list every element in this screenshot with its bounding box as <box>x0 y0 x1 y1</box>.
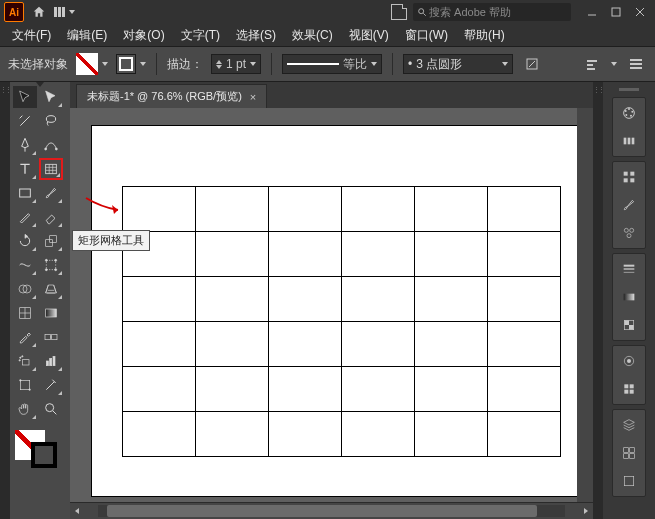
column-graph-tool[interactable] <box>39 350 63 372</box>
opacity-icon[interactable] <box>521 53 543 75</box>
asset-export-panel-icon[interactable] <box>617 442 641 464</box>
brushes-panel-icon[interactable] <box>617 194 641 216</box>
svg-point-38 <box>22 356 23 357</box>
svg-point-74 <box>627 359 631 363</box>
pen-tool[interactable] <box>13 134 37 156</box>
appearance-panel-icon[interactable] <box>617 350 641 372</box>
width-tool[interactable] <box>13 254 37 276</box>
minimize-button[interactable] <box>581 4 603 20</box>
eraser-tool[interactable] <box>39 206 63 228</box>
svg-rect-59 <box>624 172 628 176</box>
align-panel-icon[interactable] <box>581 53 603 75</box>
canvas[interactable] <box>70 108 577 502</box>
fill-swatch[interactable] <box>76 53 98 75</box>
mesh-tool[interactable] <box>13 302 37 324</box>
artboard-tool[interactable] <box>13 374 37 396</box>
artboards-panel-icon[interactable] <box>617 470 641 492</box>
direct-selection-tool[interactable] <box>39 86 63 108</box>
color-panel-icon[interactable] <box>617 102 641 124</box>
paintbrush-tool[interactable] <box>39 182 63 204</box>
eyedropper-tool[interactable] <box>13 326 37 348</box>
tool-tooltip: 矩形网格工具 <box>72 230 150 251</box>
document-icon[interactable] <box>391 4 407 20</box>
perspective-grid-tool[interactable] <box>39 278 63 300</box>
lasso-tool[interactable] <box>39 110 63 132</box>
svg-point-51 <box>628 108 630 110</box>
right-dock-strip[interactable]: ⋮⋮ <box>593 82 603 519</box>
svg-point-65 <box>627 234 631 238</box>
brush-dot: • <box>408 57 412 71</box>
home-icon[interactable] <box>30 3 48 21</box>
transparency-panel-icon[interactable] <box>617 314 641 336</box>
svg-rect-21 <box>50 236 57 243</box>
graphic-styles-panel-icon[interactable] <box>617 378 641 400</box>
svg-rect-58 <box>632 138 635 145</box>
menu-object[interactable]: 对象(O) <box>117 25 170 46</box>
annotation-arrow <box>84 196 124 223</box>
shape-builder-tool[interactable] <box>13 278 37 300</box>
close-button[interactable] <box>629 4 651 20</box>
svg-rect-3 <box>612 8 620 16</box>
stroke-panel-icon[interactable] <box>617 258 641 280</box>
maximize-button[interactable] <box>605 4 627 20</box>
rectangle-tool[interactable] <box>13 182 37 204</box>
menu-help[interactable]: 帮助(H) <box>458 25 511 46</box>
menu-view[interactable]: 视图(V) <box>343 25 395 46</box>
left-dock-strip[interactable]: ⋮⋮ <box>0 82 10 519</box>
svg-rect-20 <box>46 240 53 247</box>
selection-tool[interactable] <box>13 86 37 108</box>
layers-panel-icon[interactable] <box>617 414 641 436</box>
artboard <box>92 126 577 496</box>
menu-type[interactable]: 文字(T) <box>175 25 226 46</box>
svg-line-7 <box>529 61 535 67</box>
document-tab[interactable]: 未标题-1* @ 76.6% (RGB/预览) × <box>76 84 267 108</box>
svg-point-0 <box>419 9 424 14</box>
menu-edit[interactable]: 编辑(E) <box>61 25 113 46</box>
slice-tool[interactable] <box>39 374 63 396</box>
curvature-tool[interactable] <box>39 134 63 156</box>
shaper-tool[interactable] <box>13 206 37 228</box>
blend-tool[interactable] <box>39 326 63 348</box>
swatches-panel-icon[interactable] <box>617 166 641 188</box>
type-tool[interactable] <box>13 158 37 180</box>
svg-rect-40 <box>46 361 48 366</box>
svg-point-26 <box>55 269 57 271</box>
gradient-tool[interactable] <box>39 302 63 324</box>
free-transform-tool[interactable] <box>39 254 63 276</box>
svg-rect-42 <box>53 356 55 365</box>
color-guide-panel-icon[interactable] <box>617 130 641 152</box>
hand-tool[interactable] <box>13 398 37 420</box>
tab-close-icon[interactable]: × <box>250 91 256 103</box>
menu-window[interactable]: 窗口(W) <box>399 25 454 46</box>
menu-file[interactable]: 文件(F) <box>6 25 57 46</box>
panel-menu-icon[interactable] <box>625 53 647 75</box>
vertical-scrollbar[interactable] <box>577 108 593 502</box>
horizontal-scrollbar[interactable] <box>70 502 593 519</box>
brush-definition[interactable]: • 3 点圆形 <box>403 54 513 74</box>
arrange-documents-button[interactable] <box>54 3 75 21</box>
fill-stroke-indicator[interactable] <box>13 428 59 470</box>
stroke-weight-input[interactable]: 1 pt <box>211 54 261 74</box>
symbols-panel-icon[interactable] <box>617 222 641 244</box>
variable-width-profile[interactable]: 等比 <box>282 54 382 74</box>
svg-rect-75 <box>624 384 628 388</box>
menu-effect[interactable]: 效果(C) <box>286 25 339 46</box>
scale-tool[interactable] <box>39 230 63 252</box>
gradient-panel-icon[interactable] <box>617 286 641 308</box>
svg-rect-82 <box>630 454 635 459</box>
search-input[interactable]: 搜索 Adobe 帮助 <box>413 3 571 21</box>
svg-line-49 <box>53 411 56 414</box>
rotate-tool[interactable] <box>13 230 37 252</box>
svg-point-55 <box>625 110 627 112</box>
menu-select[interactable]: 选择(S) <box>230 25 282 46</box>
magic-wand-tool[interactable] <box>13 110 37 132</box>
stroke-swatch[interactable] <box>116 54 136 74</box>
zoom-tool[interactable] <box>39 398 63 420</box>
svg-point-25 <box>45 269 47 271</box>
rectangular-grid-tool[interactable] <box>39 158 63 180</box>
stroke-weight-value: 1 pt <box>226 57 246 71</box>
symbol-sprayer-tool[interactable] <box>13 350 37 372</box>
svg-point-12 <box>45 148 47 150</box>
svg-rect-56 <box>624 138 627 145</box>
svg-rect-19 <box>20 189 31 197</box>
